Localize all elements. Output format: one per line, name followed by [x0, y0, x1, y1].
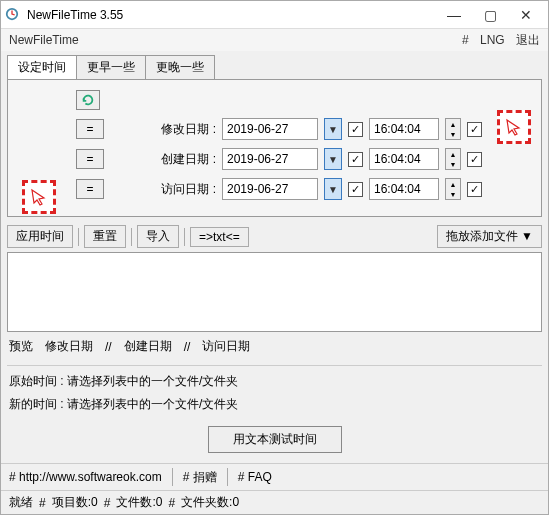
- divider: [78, 228, 79, 246]
- status-files: 文件数:0: [116, 494, 162, 511]
- statusbar: 就绪 # 项目数:0 # 文件数:0 # 文件夹数:0: [1, 490, 548, 514]
- file-list[interactable]: [7, 252, 542, 332]
- window-title: NewFileTime 3.55: [27, 8, 436, 22]
- status-sep: #: [39, 496, 46, 510]
- drop-target-icon-left[interactable]: [22, 180, 56, 214]
- divider: [7, 365, 542, 366]
- tab-set-time[interactable]: 设定时间: [7, 55, 77, 79]
- footer-donate[interactable]: # 捐赠: [183, 469, 217, 486]
- test-row: 用文本测试时间: [1, 426, 548, 453]
- access-time-spinner[interactable]: ▲▼: [445, 178, 461, 200]
- modify-label: 修改日期 :: [156, 121, 216, 138]
- preview-header: 预览 修改日期 // 创建日期 // 访问日期: [9, 338, 540, 355]
- apply-button[interactable]: 应用时间: [7, 225, 73, 248]
- menu-lng[interactable]: LNG: [480, 33, 505, 47]
- create-date-checkbox[interactable]: ✓: [348, 152, 363, 167]
- divider: [227, 468, 228, 486]
- access-time-input[interactable]: 16:04:04: [369, 178, 439, 200]
- modify-date-input[interactable]: 2019-06-27: [222, 118, 318, 140]
- sep: //: [184, 340, 191, 354]
- refresh-button[interactable]: [76, 90, 100, 110]
- new-value: 请选择列表中的一个文件/文件夹: [67, 397, 238, 411]
- app-name-label: NewFileTime: [9, 33, 79, 47]
- modify-time-spinner[interactable]: ▲▼: [445, 118, 461, 140]
- footer-site[interactable]: # http://www.softwareok.com: [9, 470, 162, 484]
- preview-access: 访问日期: [202, 338, 250, 355]
- app-window: NewFileTime 3.55 — ▢ ✕ NewFileTime # LNG…: [0, 0, 549, 515]
- tab-earlier[interactable]: 更早一些: [76, 55, 146, 79]
- sep: //: [105, 340, 112, 354]
- create-time-spinner[interactable]: ▲▼: [445, 148, 461, 170]
- create-date-input[interactable]: 2019-06-27: [222, 148, 318, 170]
- access-label: 访问日期 :: [156, 181, 216, 198]
- titlebar: NewFileTime 3.55 — ▢ ✕: [1, 1, 548, 29]
- preview-create: 创建日期: [124, 338, 172, 355]
- orig-time-row: 原始时间 : 请选择列表中的一个文件/文件夹: [9, 373, 540, 390]
- import-button[interactable]: 导入: [137, 225, 179, 248]
- divider: [184, 228, 185, 246]
- access-row: = 访问日期 : 2019-06-27 ▼ ✓ 16:04:04 ▲▼ ✓: [76, 178, 533, 200]
- reset-button[interactable]: 重置: [84, 225, 126, 248]
- modify-time-input[interactable]: 16:04:04: [369, 118, 439, 140]
- new-label: 新的时间 :: [9, 397, 64, 411]
- menu-exit[interactable]: 退出: [516, 33, 540, 47]
- preview-modify: 修改日期: [45, 338, 93, 355]
- access-eq-button[interactable]: =: [76, 179, 104, 199]
- status-ready: 就绪: [9, 494, 33, 511]
- close-button[interactable]: ✕: [508, 3, 544, 27]
- create-time-input[interactable]: 16:04:04: [369, 148, 439, 170]
- footer-faq[interactable]: # FAQ: [238, 470, 272, 484]
- status-sep: #: [104, 496, 111, 510]
- window-controls: — ▢ ✕: [436, 3, 544, 27]
- time-panel: = 修改日期 : 2019-06-27 ▼ ✓ 16:04:04 ▲▼ ✓ = …: [7, 79, 542, 217]
- preview-label: 预览: [9, 338, 33, 355]
- drop-target-icon[interactable]: [497, 110, 531, 144]
- modify-date-dropdown-icon[interactable]: ▼: [324, 118, 342, 140]
- access-time-checkbox[interactable]: ✓: [467, 182, 482, 197]
- footer-links: # http://www.softwareok.com # 捐赠 # FAQ: [1, 463, 548, 490]
- menu-hash[interactable]: #: [462, 33, 469, 47]
- create-date-dropdown-icon[interactable]: ▼: [324, 148, 342, 170]
- access-date-input[interactable]: 2019-06-27: [222, 178, 318, 200]
- spacer: [110, 180, 150, 198]
- refresh-row: [76, 90, 533, 110]
- modify-eq-button[interactable]: =: [76, 119, 104, 139]
- modify-time-checkbox[interactable]: ✓: [467, 122, 482, 137]
- status-items: 项目数:0: [52, 494, 98, 511]
- create-row: = 创建日期 : 2019-06-27 ▼ ✓ 16:04:04 ▲▼ ✓: [76, 148, 533, 170]
- create-eq-button[interactable]: =: [76, 149, 104, 169]
- orig-label: 原始时间 :: [9, 374, 64, 388]
- status-sep: #: [168, 496, 175, 510]
- txt-button[interactable]: =>txt<=: [190, 227, 249, 247]
- status-folders: 文件夹数:0: [181, 494, 239, 511]
- spacer: [110, 150, 150, 168]
- access-date-checkbox[interactable]: ✓: [348, 182, 363, 197]
- drag-add-button[interactable]: 拖放添加文件 ▼: [437, 225, 542, 248]
- spacer: [110, 120, 150, 138]
- toolbar: 应用时间 重置 导入 =>txt<= 拖放添加文件 ▼: [7, 225, 542, 248]
- minimize-button[interactable]: —: [436, 3, 472, 27]
- app-icon: [5, 7, 21, 23]
- divider: [131, 228, 132, 246]
- divider: [172, 468, 173, 486]
- maximize-button[interactable]: ▢: [472, 3, 508, 27]
- orig-value: 请选择列表中的一个文件/文件夹: [67, 374, 238, 388]
- modify-row: = 修改日期 : 2019-06-27 ▼ ✓ 16:04:04 ▲▼ ✓: [76, 118, 533, 140]
- menubar: NewFileTime # LNG 退出: [1, 29, 548, 51]
- tab-strip: 设定时间 更早一些 更晚一些: [7, 55, 542, 79]
- test-text-button[interactable]: 用文本测试时间: [208, 426, 342, 453]
- create-time-checkbox[interactable]: ✓: [467, 152, 482, 167]
- create-label: 创建日期 :: [156, 151, 216, 168]
- tab-later[interactable]: 更晚一些: [145, 55, 215, 79]
- new-time-row: 新的时间 : 请选择列表中的一个文件/文件夹: [9, 396, 540, 413]
- access-date-dropdown-icon[interactable]: ▼: [324, 178, 342, 200]
- modify-date-checkbox[interactable]: ✓: [348, 122, 363, 137]
- chevron-down-icon: ▼: [521, 229, 533, 243]
